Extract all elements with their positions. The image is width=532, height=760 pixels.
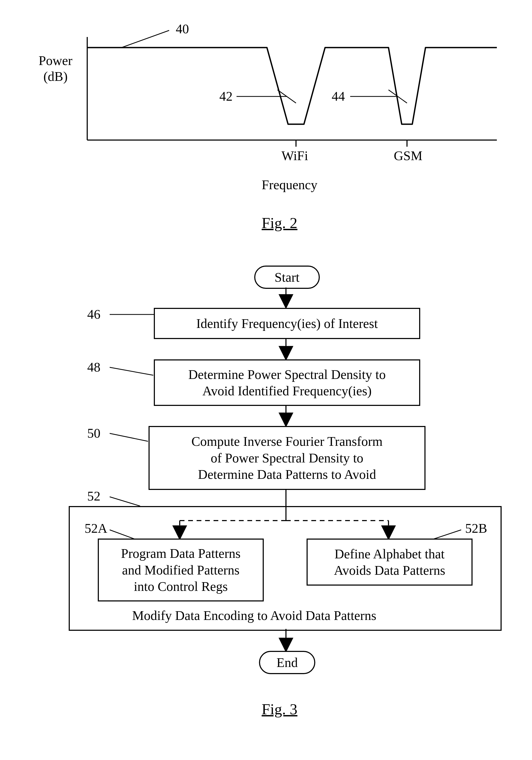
ref-48: 48 xyxy=(87,359,100,375)
step50-l3: Determine Data Patterns to Avoid xyxy=(198,466,376,483)
ref-52: 52 xyxy=(87,488,100,504)
flow-step-48: Determine Power Spectral Density to Avoi… xyxy=(154,359,420,406)
flow-step-50: Compute Inverse Fourier Transform of Pow… xyxy=(149,426,425,490)
flow-end: End xyxy=(259,651,315,674)
ref-52b: 52B xyxy=(465,521,487,536)
step52a-l2: and Modified Patterns xyxy=(122,562,239,579)
step50-l2: of Power Spectral Density to xyxy=(211,450,363,466)
step52b-l2: Avoids Data Patterns xyxy=(334,562,445,579)
flow-step-52a: Program Data Patterns and Modified Patte… xyxy=(98,539,264,601)
step52-caption: Modify Data Encoding to Avoid Data Patte… xyxy=(132,608,376,623)
step52a-l3: into Control Regs xyxy=(134,578,228,595)
flow-step-46: Identify Frequency(ies) of Interest xyxy=(154,308,420,339)
fig3-label: Fig. 3 xyxy=(262,700,297,718)
ref-52a: 52A xyxy=(84,521,107,536)
svg-line-20 xyxy=(110,433,148,441)
step48-l2: Avoid Identified Frequency(ies) xyxy=(203,383,372,399)
flow-step-52b: Define Alphabet that Avoids Data Pattern… xyxy=(307,539,472,586)
step46-text: Identify Frequency(ies) of Interest xyxy=(196,315,378,332)
step48-l1: Determine Power Spectral Density to xyxy=(188,366,386,383)
ref-46: 46 xyxy=(87,307,100,322)
svg-line-19 xyxy=(110,367,153,375)
ref-50: 50 xyxy=(87,425,100,441)
step50-l1: Compute Inverse Fourier Transform xyxy=(191,433,383,450)
step52a-l1: Program Data Patterns xyxy=(121,545,241,562)
svg-line-21 xyxy=(110,497,140,506)
step52b-l1: Define Alphabet that xyxy=(335,546,445,562)
